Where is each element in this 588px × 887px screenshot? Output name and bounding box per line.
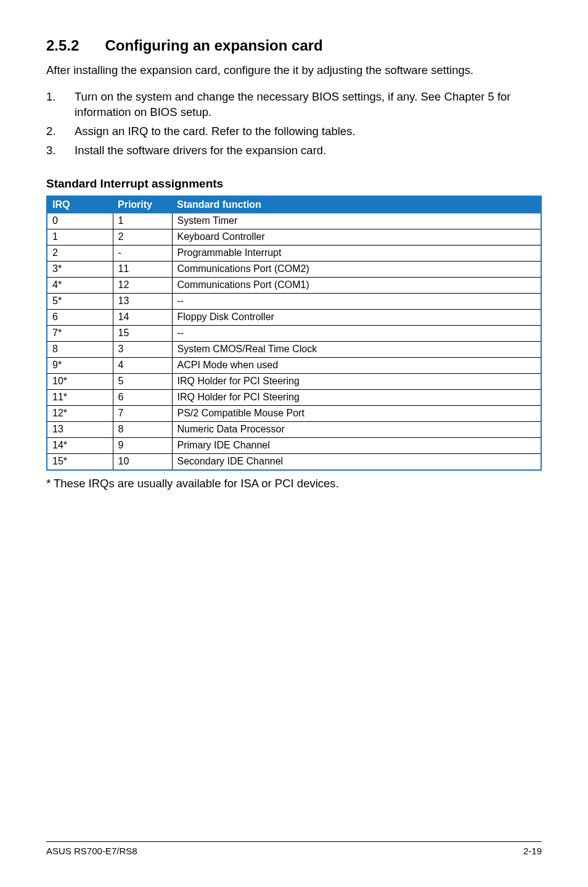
steps-list: 1. Turn on the system and change the nec… xyxy=(46,89,542,159)
step-item: 2. Assign an IRQ to the card. Refer to t… xyxy=(46,124,542,139)
cell-irq: 9* xyxy=(47,357,113,373)
cell-function: Communications Port (COM2) xyxy=(172,261,541,277)
cell-irq: 14* xyxy=(47,437,113,453)
cell-priority: 11 xyxy=(113,261,172,277)
cell-function: Secondary IDE Channel xyxy=(172,453,541,470)
step-number: 3. xyxy=(46,143,75,159)
cell-function: -- xyxy=(172,293,541,309)
cell-priority: 10 xyxy=(113,453,172,470)
section-heading: 2.5.2Configuring an expansion card xyxy=(46,37,542,54)
cell-irq: 10* xyxy=(47,373,113,389)
step-text: Assign an IRQ to the card. Refer to the … xyxy=(75,124,356,139)
table-footnote: * These IRQs are usually available for I… xyxy=(46,477,542,490)
table-row: 7*15-- xyxy=(47,325,541,341)
cell-function: PS/2 Compatible Mouse Port xyxy=(172,405,541,421)
cell-priority: 15 xyxy=(113,325,172,341)
table-row: 11*6IRQ Holder for PCI Steering xyxy=(47,389,541,405)
table-row: 614Floppy Disk Controller xyxy=(47,309,541,325)
table-row: 15*10Secondary IDE Channel xyxy=(47,453,541,470)
cell-function: IRQ Holder for PCI Steering xyxy=(172,389,541,405)
table-row: 4*12Communications Port (COM1) xyxy=(47,277,541,293)
table-row: 12Keyboard Controller xyxy=(47,229,541,245)
cell-function: Programmable Interrupt xyxy=(172,245,541,261)
footer-product: ASUS RS700-E7/RS8 xyxy=(46,846,137,856)
cell-function: IRQ Holder for PCI Steering xyxy=(172,373,541,389)
cell-priority: - xyxy=(113,245,172,261)
cell-function: System Timer xyxy=(172,213,541,229)
cell-irq: 15* xyxy=(47,453,113,470)
cell-priority: 2 xyxy=(113,229,172,245)
cell-irq: 5* xyxy=(47,293,113,309)
cell-priority: 14 xyxy=(113,309,172,325)
intro-paragraph: After installing the expansion card, con… xyxy=(46,63,542,78)
cell-irq: 13 xyxy=(47,421,113,437)
cell-priority: 1 xyxy=(113,213,172,229)
cell-priority: 5 xyxy=(113,373,172,389)
cell-irq: 1 xyxy=(47,229,113,245)
cell-irq: 8 xyxy=(47,341,113,357)
table-row: 138Numeric Data Processor xyxy=(47,421,541,437)
cell-priority: 4 xyxy=(113,357,172,373)
cell-irq: 7* xyxy=(47,325,113,341)
table-row: 2-Programmable Interrupt xyxy=(47,245,541,261)
cell-function: System CMOS/Real Time Clock xyxy=(172,341,541,357)
header-priority: Priority xyxy=(113,196,172,213)
cell-function: -- xyxy=(172,325,541,341)
header-irq: IRQ xyxy=(47,196,113,213)
page-footer: ASUS RS700-E7/RS8 2-19 xyxy=(46,841,542,856)
table-row: 5*13-- xyxy=(47,293,541,309)
cell-irq: 2 xyxy=(47,245,113,261)
cell-priority: 12 xyxy=(113,277,172,293)
cell-priority: 7 xyxy=(113,405,172,421)
table-row: 83System CMOS/Real Time Clock xyxy=(47,341,541,357)
cell-irq: 6 xyxy=(47,309,113,325)
table-row: 01System Timer xyxy=(47,213,541,229)
step-number: 2. xyxy=(46,124,75,139)
cell-priority: 6 xyxy=(113,389,172,405)
step-text: Install the software drivers for the exp… xyxy=(75,143,326,159)
irq-table: IRQ Priority Standard function 01System … xyxy=(46,196,542,471)
step-text: Turn on the system and change the necess… xyxy=(75,89,542,120)
table-row: 10*5IRQ Holder for PCI Steering xyxy=(47,373,541,389)
cell-priority: 9 xyxy=(113,437,172,453)
cell-irq: 4* xyxy=(47,277,113,293)
header-function: Standard function xyxy=(172,196,541,213)
cell-function: Numeric Data Processor xyxy=(172,421,541,437)
table-subheading: Standard Interrupt assignments xyxy=(46,177,542,191)
table-row: 12*7PS/2 Compatible Mouse Port xyxy=(47,405,541,421)
table-row: 9*4ACPI Mode when used xyxy=(47,357,541,373)
cell-function: Floppy Disk Controller xyxy=(172,309,541,325)
footer-page-number: 2-19 xyxy=(523,846,542,856)
cell-irq: 12* xyxy=(47,405,113,421)
cell-function: Keyboard Controller xyxy=(172,229,541,245)
table-header-row: IRQ Priority Standard function xyxy=(47,196,541,213)
cell-irq: 0 xyxy=(47,213,113,229)
step-item: 1. Turn on the system and change the nec… xyxy=(46,89,542,120)
step-item: 3. Install the software drivers for the … xyxy=(46,143,542,159)
section-title: Configuring an expansion card xyxy=(105,37,322,54)
cell-priority: 13 xyxy=(113,293,172,309)
cell-function: Communications Port (COM1) xyxy=(172,277,541,293)
cell-function: ACPI Mode when used xyxy=(172,357,541,373)
cell-irq: 11* xyxy=(47,389,113,405)
table-row: 14*9Primary IDE Channel xyxy=(47,437,541,453)
cell-irq: 3* xyxy=(47,261,113,277)
section-number: 2.5.2 xyxy=(46,37,79,54)
table-row: 3*11Communications Port (COM2) xyxy=(47,261,541,277)
cell-priority: 8 xyxy=(113,421,172,437)
cell-function: Primary IDE Channel xyxy=(172,437,541,453)
step-number: 1. xyxy=(46,89,75,120)
cell-priority: 3 xyxy=(113,341,172,357)
